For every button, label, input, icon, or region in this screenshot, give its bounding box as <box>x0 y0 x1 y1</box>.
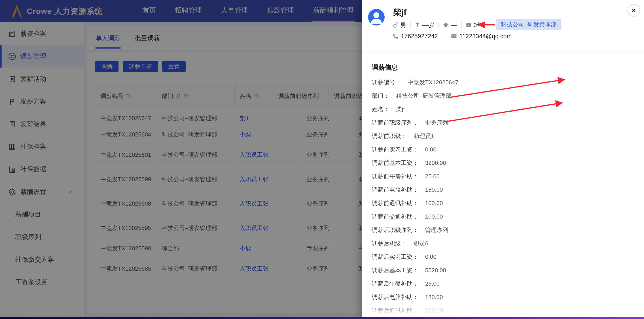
adjust-info-field: 调薪前交通补助：100.00 <box>372 210 635 223</box>
meta-text: 0年 <box>474 21 482 29</box>
adjust-info-field: 调薪前实习工资：0.00 <box>372 143 635 156</box>
field-value: 科技公司–研发管理部 <box>396 92 452 100</box>
window-edge-bar <box>0 317 644 319</box>
meta-text: –– <box>451 22 457 29</box>
field-label: 调薪后职级： <box>372 240 407 247</box>
field-label: 调薪编号： <box>372 79 401 86</box>
field-value: 助理员1 <box>414 132 434 140</box>
field-value: 3200.00 <box>425 160 446 166</box>
adjust-info-field: 姓名：柴jf <box>372 103 635 116</box>
drawer-bottom-fade <box>362 301 644 319</box>
field-label: 部门： <box>372 92 389 100</box>
meta-text: 男 <box>400 21 406 29</box>
employee-contact-1: 17625927242 <box>392 33 438 40</box>
employee-meta-3: –– <box>443 22 457 29</box>
adjust-info-field: 调薪后职级：职员6 <box>372 237 635 250</box>
meta-text: ––岁 <box>422 21 434 29</box>
adjust-info-field: 调薪后职级序列：管理序列 <box>372 223 635 237</box>
field-label: 调薪前电脑补助： <box>372 186 418 194</box>
contact-text: 11223344@qq.com <box>459 33 512 40</box>
employee-contact-row: 1762592724211223344@qq.com <box>392 31 524 41</box>
field-value: 100.00 <box>425 213 443 220</box>
field-label: 调薪后电脑补助： <box>372 293 418 301</box>
male-icon <box>392 22 399 28</box>
field-label: 调薪前通讯补助： <box>372 199 418 207</box>
adjust-info-field: 调薪前职级序列：业务序列 <box>372 116 635 129</box>
field-value: 180.00 <box>425 186 443 193</box>
field-value: 中竞发TX12025647 <box>408 79 458 86</box>
field-label: 调薪前实习工资： <box>372 146 418 153</box>
field-value: 0.00 <box>425 253 436 260</box>
phone-icon <box>392 33 399 39</box>
section-title: 调薪信息 <box>372 63 398 72</box>
field-label: 调薪后基本工资： <box>372 266 418 274</box>
employee-name: 柴jf <box>393 7 406 18</box>
meta-separator <box>438 22 439 28</box>
field-label: 调薪前职级： <box>372 132 407 140</box>
adjust-info-field: 调薪编号：中竞发TX12025647 <box>372 76 635 89</box>
adjust-info-field: 调薪后基本工资：5520.00 <box>372 263 635 277</box>
field-label: 调薪前午餐补助： <box>372 172 418 180</box>
field-label: 调薪前交通补助： <box>372 213 418 221</box>
field-label: 调薪后午餐补助： <box>372 280 418 288</box>
field-value: 5520.00 <box>425 267 446 274</box>
meta-separator <box>461 22 462 28</box>
employee-meta-1: 男 <box>392 21 406 29</box>
mail-icon <box>451 33 457 39</box>
field-label: 调薪后职级序列： <box>372 226 418 234</box>
field-value: 业务序列 <box>425 119 448 127</box>
field-value: 职员6 <box>414 240 428 247</box>
avatar <box>368 9 384 26</box>
meta-separator <box>410 22 410 28</box>
field-value: 100.00 <box>425 200 443 207</box>
field-label: 调薪后实习工资： <box>372 253 418 261</box>
employee-meta-row: 男––岁––0年 <box>392 20 482 30</box>
adjust-info-field: 调薪前通讯补助：100.00 <box>372 196 635 210</box>
adjust-info-field: 调薪后实习工资：0.00 <box>372 250 635 263</box>
field-value: 25.00 <box>425 173 440 180</box>
adjust-info-field: 部门：科技公司–研发管理部 <box>372 89 635 103</box>
field-value: 0.00 <box>425 146 436 153</box>
field-label: 调薪前基本工资： <box>372 159 418 167</box>
field-value: 管理序列 <box>425 226 448 234</box>
adjust-info-field: 调薪前电脑补助：180.00 <box>372 183 635 196</box>
employee-meta-4: 0年 <box>466 21 482 29</box>
department-tag: 科技公司–研发管理部 <box>496 19 561 30</box>
employee-detail-drawer: 柴jf 男––岁––0年 科技公司–研发管理部 1762592724211223… <box>362 0 644 319</box>
user-icon <box>368 9 384 26</box>
field-value: 25.00 <box>425 280 440 287</box>
employee-meta-2: ––岁 <box>414 21 434 29</box>
adjust-info-field: 调薪前基本工资：3200.00 <box>372 156 635 170</box>
field-label: 调薪前职级序列： <box>372 119 418 127</box>
graduation-cap-icon <box>443 22 449 28</box>
field-value: 柴jf <box>396 105 405 113</box>
employee-contact-2: 11223344@qq.com <box>451 33 512 40</box>
field-value: 180.00 <box>425 294 443 301</box>
adjust-info-field: 调薪前职级：助理员1 <box>372 129 635 143</box>
briefcase-icon <box>466 22 472 28</box>
wine-glass-icon <box>414 22 420 28</box>
contact-text: 17625927242 <box>401 33 438 40</box>
drawer-header-divider <box>362 53 644 53</box>
close-icon[interactable]: × <box>628 4 640 17</box>
adjust-info-field: 调薪前午餐补助：25.00 <box>372 170 635 183</box>
field-label: 姓名： <box>372 105 389 113</box>
adjust-info-field: 调薪后午餐补助：25.00 <box>372 277 635 290</box>
